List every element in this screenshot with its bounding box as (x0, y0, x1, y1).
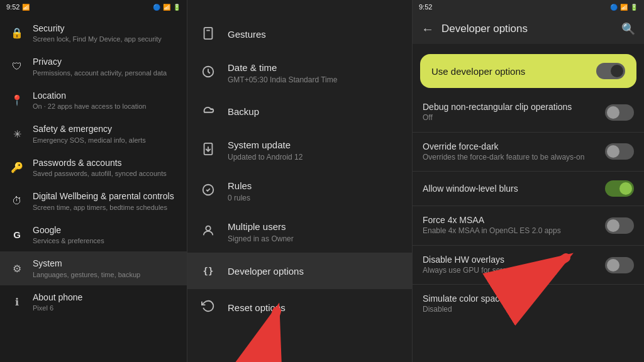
backup-title: Backup (228, 106, 399, 118)
gestures-icon (200, 26, 216, 43)
digital-title: Digital Wellbeing & parental controls (33, 190, 177, 202)
settings-list: 🔒 Security Screen lock, Find My Device, … (0, 14, 187, 362)
force-dark-sub: Overrides the force-dark feature to be a… (423, 153, 584, 163)
menu-item-sysupdate[interactable]: System update Updated to Android 12 (187, 130, 412, 171)
middle-panel: Gestures Date & time GMT+05:30 India Sta… (187, 0, 413, 362)
user-icon (200, 224, 216, 241)
debug-clip-toggle[interactable] (605, 104, 634, 121)
status-right: 🔵 📶 🔋 (153, 4, 180, 11)
sidebar-item-safety[interactable]: ✳ Safety & emergency Emergency SOS, medi… (0, 117, 187, 150)
gestures-title: Gestures (228, 28, 399, 41)
location-icon: 📍 (10, 94, 24, 106)
sidebar-item-google[interactable]: G Google Services & preferences (0, 218, 187, 251)
sysupdate-sub: Updated to Android 12 (228, 153, 399, 163)
clock-icon (200, 65, 216, 82)
sidebar-item-location[interactable]: 📍 Location On · 22 apps have access to l… (0, 84, 187, 117)
status-bar-left: 9:52 📶 🔵 📶 🔋 (0, 0, 187, 14)
status-bar-right: 9:52 🔵 📶 🔋 (413, 0, 644, 14)
time-right: 9:52 (419, 3, 432, 11)
hw-overlays-toggle[interactable] (605, 257, 634, 273)
force-msaa-toggle[interactable] (605, 217, 634, 234)
svg-point-6 (206, 226, 210, 231)
update-icon (200, 142, 216, 159)
right-panel: 9:52 🔵 📶 🔋 ← Developer options 🔍 Use dev… (413, 0, 644, 362)
notification-icons: 📶 (22, 4, 30, 11)
wifi-icon-r: 📶 (620, 4, 628, 11)
dev-item-force-dark[interactable]: Override force-dark Overrides the force-… (413, 135, 644, 169)
menu-item-gestures[interactable]: Gestures (187, 16, 412, 53)
force-dark-title: Override force-dark (423, 141, 584, 151)
dev-item-debug-clip[interactable]: Debug non-rectangular clip operations Of… (413, 96, 644, 129)
force-dark-toggle[interactable] (605, 143, 634, 160)
sidebar-item-system[interactable]: ⚙ System Languages, gestures, time, back… (0, 251, 187, 285)
time-left: 9:52 (6, 3, 19, 11)
debug-clip-title: Debug non-rectangular clip operations (423, 102, 572, 112)
divider-1 (413, 132, 644, 133)
debug-clip-sub: Off (423, 113, 572, 123)
lock-icon: 🔒 (10, 27, 24, 39)
security-sub: Screen lock, Find My Device, app securit… (33, 35, 177, 43)
menu-item-resetoptions[interactable]: Reset options (187, 289, 412, 326)
datetime-sub: GMT+05:30 India Standard Time (228, 75, 399, 85)
reset-icon (200, 299, 216, 316)
cloud-icon (200, 104, 216, 121)
menu-item-backup[interactable]: Backup (187, 94, 412, 130)
google-title: Google (33, 224, 177, 236)
privacy-title: Privacy (33, 56, 177, 67)
battery-icon: 🔋 (173, 4, 180, 11)
svg-rect-0 (204, 27, 213, 38)
battery-icon-r: 🔋 (630, 4, 638, 11)
window-blur-title: Allow window-level blurs (423, 184, 518, 194)
menu-item-datetime[interactable]: Date & time GMT+05:30 India Standard Tim… (187, 53, 412, 94)
security-title: Security (33, 23, 177, 34)
bluetooth-icon: 🔵 (153, 4, 160, 11)
safety-icon: ✳ (10, 128, 24, 140)
passwords-title: Passwords & accounts (33, 157, 177, 168)
sidebar-item-about[interactable]: ℹ About phone Pixel 6 (0, 285, 187, 319)
key-icon: 🔑 (10, 162, 24, 173)
hw-overlays-sub: Always use GPU for screen compositing (423, 266, 557, 276)
safety-title: Safety & emergency (33, 123, 177, 134)
system-menu-list: Gestures Date & time GMT+05:30 India Sta… (187, 14, 412, 362)
dev-item-color-space[interactable]: Simulate color space Disabled (413, 287, 644, 321)
safety-sub: Emergency SOS, medical info, alerts (33, 136, 177, 145)
dev-item-window-blur[interactable]: Allow window-level blurs (413, 174, 644, 203)
system-icon: ⚙ (10, 263, 24, 275)
bluetooth-icon-r: 🔵 (610, 4, 618, 11)
dev-item-hw-overlays[interactable]: Disable HW overlays Always use GPU for s… (413, 248, 644, 282)
info-icon: ℹ (10, 296, 24, 308)
rules-title: Rules (228, 180, 399, 192)
window-blur-toggle[interactable] (605, 180, 634, 197)
dev-options-list: Use developer options Debug non-rectangu… (413, 44, 644, 362)
use-dev-options-toggle[interactable] (596, 63, 625, 79)
sidebar-item-digital[interactable]: ⏱ Digital Wellbeing & parental controls … (0, 184, 187, 217)
menu-item-rules[interactable]: Rules 0 rules (187, 171, 412, 212)
multiuser-title: Multiple users (228, 221, 399, 233)
color-space-sub: Disabled (423, 305, 504, 315)
about-sub: Pixel 6 (33, 304, 177, 312)
search-button[interactable]: 🔍 (619, 19, 638, 38)
force-msaa-sub: Enable 4x MSAA in OpenGL ES 2.0 apps (423, 226, 561, 236)
system-title: System (33, 258, 177, 269)
status-left: 9:52 📶 (6, 3, 30, 11)
dev-item-force-msaa[interactable]: Force 4x MSAA Enable 4x MSAA in OpenGL E… (413, 209, 644, 243)
divider-2 (413, 171, 644, 172)
color-space-title: Simulate color space (423, 293, 504, 304)
menu-item-multiuser[interactable]: Multiple users Signed in as Owner (187, 212, 412, 253)
rules-sub: 0 rules (228, 194, 399, 204)
sidebar-item-passwords[interactable]: 🔑 Passwords & accounts Saved passwords, … (0, 151, 187, 184)
shield-icon: 🛡 (10, 61, 24, 72)
use-dev-options-label: Use developer options (431, 66, 525, 77)
divider-3 (413, 206, 644, 206)
sidebar-item-security[interactable]: 🔒 Security Screen lock, Find My Device, … (0, 16, 187, 50)
status-bar-middle (187, 0, 412, 14)
sidebar-item-privacy[interactable]: 🛡 Privacy Permissions, account activity,… (0, 50, 187, 83)
back-button[interactable]: ← (419, 19, 436, 39)
use-dev-options-banner[interactable]: Use developer options (420, 54, 636, 88)
wifi-icon: 📶 (163, 4, 170, 11)
timer-icon: ⏱ (10, 195, 24, 207)
dev-options-title: Developer options (441, 23, 614, 35)
devoptions-title: Developer options (228, 265, 399, 278)
multiuser-sub: Signed in as Owner (228, 234, 399, 244)
menu-item-devoptions[interactable]: {} Developer options (187, 253, 412, 289)
